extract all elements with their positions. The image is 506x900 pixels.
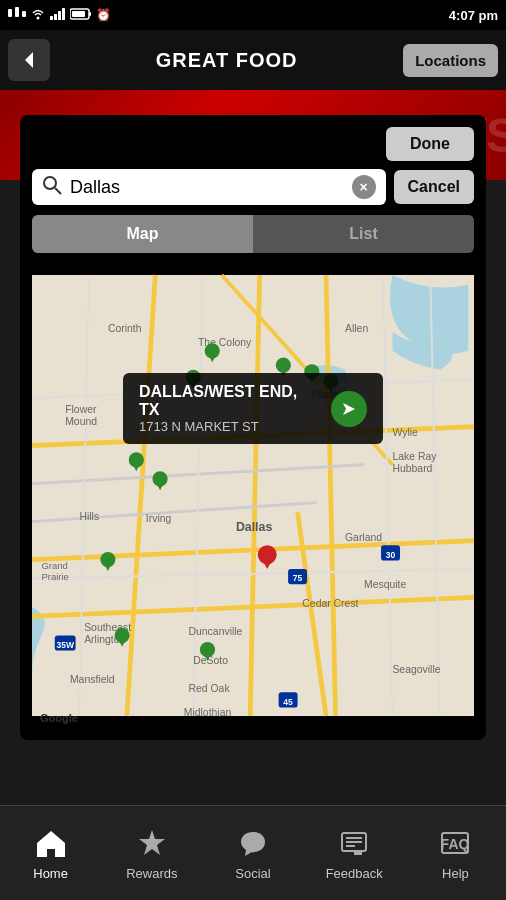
- tooltip-text: DALLAS/WEST END, TX 1713 N MARKET ST: [139, 383, 321, 434]
- nav-item-help[interactable]: FAQ Help: [405, 818, 506, 889]
- social-label: Social: [235, 866, 270, 881]
- svg-line-14: [55, 188, 61, 194]
- svg-text:Flower: Flower: [65, 404, 97, 415]
- svg-rect-9: [72, 11, 85, 17]
- svg-text:Cedar Crest: Cedar Crest: [302, 598, 358, 609]
- search-box: ×: [32, 169, 386, 205]
- svg-text:DeSoto: DeSoto: [193, 655, 228, 666]
- svg-rect-10: [89, 12, 91, 16]
- svg-marker-94: [354, 851, 362, 855]
- map-container[interactable]: Corinth The Colony Allen Flower Mound Pl…: [32, 263, 474, 728]
- status-bar: ⏰ 4:07 pm: [0, 0, 506, 30]
- svg-text:Seagoville: Seagoville: [392, 664, 440, 675]
- svg-rect-2: [22, 11, 26, 17]
- svg-text:Mesquite: Mesquite: [364, 579, 406, 590]
- svg-text:Garland: Garland: [345, 532, 382, 543]
- nav-item-home[interactable]: Home: [0, 818, 101, 889]
- alarm-icon: ⏰: [96, 8, 111, 22]
- svg-marker-89: [139, 830, 165, 855]
- done-row: Done: [32, 127, 474, 161]
- nav-item-rewards[interactable]: Rewards: [101, 818, 202, 889]
- social-icon: [235, 826, 271, 862]
- time-text: 4:07 pm: [449, 8, 498, 23]
- svg-text:Grand: Grand: [41, 560, 67, 571]
- svg-rect-4: [50, 16, 53, 20]
- svg-text:Mound: Mound: [65, 416, 97, 427]
- top-nav: GREAT FOOD Locations: [0, 30, 506, 90]
- svg-text:Red Oak: Red Oak: [189, 683, 231, 694]
- home-icon: [33, 826, 69, 862]
- svg-text:Dallas: Dallas: [236, 520, 272, 534]
- bottom-nav: Home Rewards Social: [0, 805, 506, 900]
- svg-marker-88: [37, 831, 65, 857]
- feedback-icon: [336, 826, 372, 862]
- signal-icon: [50, 8, 66, 23]
- locations-button[interactable]: Locations: [403, 44, 498, 77]
- svg-text:Lake Ray: Lake Ray: [392, 451, 437, 462]
- svg-text:35W: 35W: [56, 640, 74, 650]
- svg-text:Hills: Hills: [79, 511, 99, 522]
- cancel-button[interactable]: Cancel: [394, 170, 474, 204]
- svg-text:Midlothian: Midlothian: [184, 707, 232, 718]
- svg-text:Prairie: Prairie: [41, 571, 68, 582]
- svg-text:Hubbard: Hubbard: [392, 463, 432, 474]
- map-svg: Corinth The Colony Allen Flower Mound Pl…: [32, 263, 474, 728]
- svg-rect-1: [15, 7, 19, 17]
- feedback-label: Feedback: [326, 866, 383, 881]
- svg-text:45: 45: [283, 697, 293, 707]
- location-tooltip[interactable]: DALLAS/WEST END, TX 1713 N MARKET ST: [123, 373, 383, 444]
- svg-text:FAQ: FAQ: [441, 836, 470, 852]
- svg-text:Irving: Irving: [146, 513, 172, 524]
- svg-text:Corinth: Corinth: [108, 323, 142, 334]
- clear-search-button[interactable]: ×: [352, 175, 376, 199]
- nav-item-feedback[interactable]: Feedback: [304, 818, 405, 889]
- google-watermark: Google: [40, 712, 78, 724]
- map-toggle-button[interactable]: Map: [32, 215, 253, 253]
- help-icon: FAQ: [437, 826, 473, 862]
- search-modal: Done × Cancel Map List: [20, 115, 486, 740]
- help-label: Help: [442, 866, 469, 881]
- rewards-label: Rewards: [126, 866, 177, 881]
- status-icons-left: ⏰: [8, 7, 111, 24]
- svg-text:Duncanville: Duncanville: [189, 626, 243, 637]
- svg-text:Mansfield: Mansfield: [70, 674, 115, 685]
- search-icon: [42, 175, 62, 199]
- tooltip-navigate-button[interactable]: [331, 391, 367, 427]
- svg-rect-6: [58, 11, 61, 20]
- android-icon: [8, 7, 26, 24]
- app-title: GREAT FOOD: [50, 49, 403, 72]
- tooltip-address: 1713 N MARKET ST: [139, 419, 321, 434]
- done-button[interactable]: Done: [386, 127, 474, 161]
- rewards-icon: [134, 826, 170, 862]
- svg-rect-5: [54, 14, 57, 20]
- search-row: × Cancel: [32, 169, 474, 205]
- view-toggle: Map List: [32, 215, 474, 253]
- wifi-icon: [30, 8, 46, 23]
- home-label: Home: [33, 866, 68, 881]
- svg-rect-7: [62, 8, 65, 20]
- tooltip-title: DALLAS/WEST END, TX: [139, 383, 321, 419]
- battery-icon: [70, 8, 92, 23]
- time-display: 4:07 pm: [449, 8, 498, 23]
- nav-item-social[interactable]: Social: [202, 818, 303, 889]
- svg-marker-11: [25, 52, 33, 68]
- svg-point-13: [44, 177, 56, 189]
- svg-text:Wylie: Wylie: [392, 427, 418, 438]
- svg-point-3: [37, 16, 40, 19]
- svg-marker-87: [343, 403, 355, 415]
- svg-text:30: 30: [386, 550, 396, 560]
- svg-text:Allen: Allen: [345, 323, 368, 334]
- svg-text:75: 75: [293, 573, 303, 583]
- svg-rect-0: [8, 9, 12, 17]
- search-input[interactable]: [70, 177, 344, 198]
- list-toggle-button[interactable]: List: [253, 215, 474, 253]
- back-button[interactable]: [8, 39, 50, 81]
